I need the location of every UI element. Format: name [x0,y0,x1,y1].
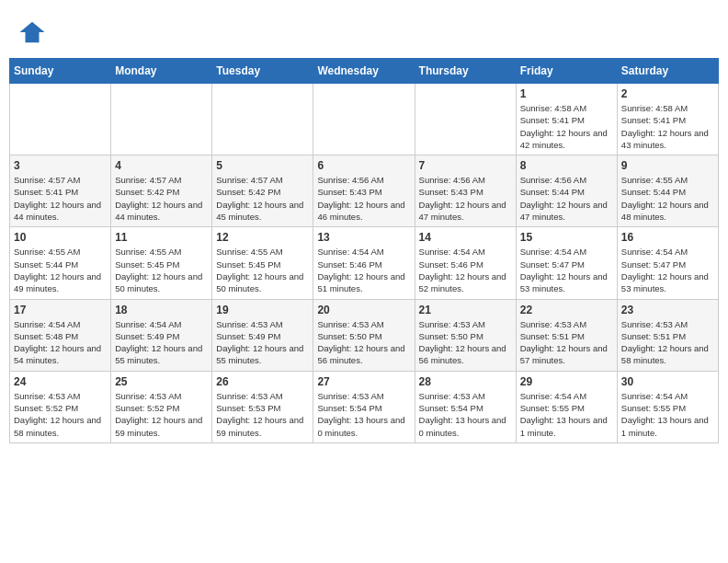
calendar-cell: 20Sunrise: 4:53 AM Sunset: 5:50 PM Dayli… [313,299,415,371]
calendar-week-row: 3Sunrise: 4:57 AM Sunset: 5:41 PM Daylig… [10,155,719,227]
calendar-cell: 2Sunrise: 4:58 AM Sunset: 5:41 PM Daylig… [617,84,718,155]
day-number: 16 [621,231,714,244]
day-info: Sunrise: 4:56 AM Sunset: 5:43 PM Dayligh… [419,174,512,223]
day-number: 20 [317,304,410,316]
calendar-cell: 21Sunrise: 4:53 AM Sunset: 5:50 PM Dayli… [415,299,516,371]
logo-icon [18,18,46,46]
day-number: 29 [520,375,613,388]
day-number: 11 [115,231,208,244]
day-number: 17 [14,304,107,316]
day-info: Sunrise: 4:53 AM Sunset: 5:49 PM Dayligh… [216,318,309,367]
day-info: Sunrise: 4:57 AM Sunset: 5:42 PM Dayligh… [216,174,309,223]
calendar-cell: 4Sunrise: 4:57 AM Sunset: 5:42 PM Daylig… [111,155,212,227]
day-number: 24 [14,375,107,388]
day-info: Sunrise: 4:54 AM Sunset: 5:55 PM Dayligh… [520,390,613,439]
day-info: Sunrise: 4:54 AM Sunset: 5:55 PM Dayligh… [621,390,714,439]
calendar-weekday-header: Wednesday [313,59,415,84]
calendar-cell: 14Sunrise: 4:54 AM Sunset: 5:46 PM Dayli… [415,227,516,299]
day-number: 14 [419,231,512,244]
calendar-weekday-header: Tuesday [212,59,313,84]
day-info: Sunrise: 4:53 AM Sunset: 5:52 PM Dayligh… [115,390,208,439]
day-info: Sunrise: 4:54 AM Sunset: 5:47 PM Dayligh… [520,246,613,294]
day-info: Sunrise: 4:54 AM Sunset: 5:46 PM Dayligh… [419,246,512,294]
calendar-cell: 15Sunrise: 4:54 AM Sunset: 5:47 PM Dayli… [516,227,617,299]
day-number: 3 [14,159,107,172]
calendar-weekday-header: Friday [516,59,617,84]
calendar-cell: 23Sunrise: 4:53 AM Sunset: 5:51 PM Dayli… [617,299,718,371]
day-number: 2 [621,87,714,100]
day-info: Sunrise: 4:54 AM Sunset: 5:48 PM Dayligh… [14,318,107,367]
calendar-cell: 8Sunrise: 4:56 AM Sunset: 5:44 PM Daylig… [516,155,617,227]
logo [18,18,48,46]
calendar-weekday-header: Sunday [10,59,111,84]
day-info: Sunrise: 4:54 AM Sunset: 5:49 PM Dayligh… [115,318,208,367]
day-number: 28 [419,375,512,388]
day-info: Sunrise: 4:55 AM Sunset: 5:45 PM Dayligh… [216,246,309,294]
day-info: Sunrise: 4:53 AM Sunset: 5:50 PM Dayligh… [317,318,410,367]
day-number: 12 [216,231,309,244]
day-info: Sunrise: 4:53 AM Sunset: 5:54 PM Dayligh… [317,390,410,439]
calendar-cell [313,84,415,155]
day-info: Sunrise: 4:56 AM Sunset: 5:44 PM Dayligh… [520,174,613,223]
day-number: 15 [520,231,613,244]
calendar-cell: 18Sunrise: 4:54 AM Sunset: 5:49 PM Dayli… [111,299,212,371]
calendar-weekday-header: Monday [111,59,212,84]
calendar-week-row: 24Sunrise: 4:53 AM Sunset: 5:52 PM Dayli… [10,371,719,442]
day-number: 7 [419,159,512,172]
day-number: 5 [216,159,309,172]
calendar-table: SundayMondayTuesdayWednesdayThursdayFrid… [9,58,719,443]
day-info: Sunrise: 4:53 AM Sunset: 5:51 PM Dayligh… [520,318,613,367]
calendar-cell [212,84,313,155]
day-info: Sunrise: 4:57 AM Sunset: 5:41 PM Dayligh… [14,174,107,223]
day-info: Sunrise: 4:58 AM Sunset: 5:41 PM Dayligh… [621,102,714,151]
calendar-cell [111,84,212,155]
day-number: 30 [621,375,714,388]
calendar-week-row: 10Sunrise: 4:55 AM Sunset: 5:44 PM Dayli… [10,227,719,299]
day-number: 22 [520,304,613,316]
calendar-cell: 11Sunrise: 4:55 AM Sunset: 5:45 PM Dayli… [111,227,212,299]
day-info: Sunrise: 4:53 AM Sunset: 5:51 PM Dayligh… [621,318,714,367]
day-info: Sunrise: 4:53 AM Sunset: 5:52 PM Dayligh… [14,390,107,439]
day-number: 23 [621,304,714,316]
calendar-cell: 5Sunrise: 4:57 AM Sunset: 5:42 PM Daylig… [212,155,313,227]
day-number: 6 [317,159,410,172]
calendar-header-row: SundayMondayTuesdayWednesdayThursdayFrid… [10,59,719,84]
calendar-cell: 29Sunrise: 4:54 AM Sunset: 5:55 PM Dayli… [516,371,617,442]
calendar-cell [10,84,111,155]
calendar-week-row: 17Sunrise: 4:54 AM Sunset: 5:48 PM Dayli… [10,299,719,371]
calendar-cell: 22Sunrise: 4:53 AM Sunset: 5:51 PM Dayli… [516,299,617,371]
calendar-cell: 26Sunrise: 4:53 AM Sunset: 5:53 PM Dayli… [212,371,313,442]
day-number: 9 [621,159,714,172]
calendar-cell: 25Sunrise: 4:53 AM Sunset: 5:52 PM Dayli… [111,371,212,442]
calendar-cell: 27Sunrise: 4:53 AM Sunset: 5:54 PM Dayli… [313,371,415,442]
day-info: Sunrise: 4:58 AM Sunset: 5:41 PM Dayligh… [520,102,613,151]
day-number: 4 [115,159,208,172]
calendar-cell: 9Sunrise: 4:55 AM Sunset: 5:44 PM Daylig… [617,155,718,227]
day-number: 26 [216,375,309,388]
day-info: Sunrise: 4:53 AM Sunset: 5:53 PM Dayligh… [216,390,309,439]
day-info: Sunrise: 4:55 AM Sunset: 5:44 PM Dayligh… [14,246,107,294]
day-number: 18 [115,304,208,316]
page-header [9,9,719,51]
svg-marker-0 [20,22,45,43]
day-number: 25 [115,375,208,388]
calendar-cell: 30Sunrise: 4:54 AM Sunset: 5:55 PM Dayli… [617,371,718,442]
day-number: 10 [14,231,107,244]
calendar-cell: 1Sunrise: 4:58 AM Sunset: 5:41 PM Daylig… [516,84,617,155]
calendar-weekday-header: Saturday [617,59,718,84]
calendar-cell: 10Sunrise: 4:55 AM Sunset: 5:44 PM Dayli… [10,227,111,299]
day-number: 13 [317,231,410,244]
calendar-weekday-header: Thursday [415,59,516,84]
day-number: 1 [520,87,613,100]
calendar-cell: 16Sunrise: 4:54 AM Sunset: 5:47 PM Dayli… [617,227,718,299]
day-info: Sunrise: 4:57 AM Sunset: 5:42 PM Dayligh… [115,174,208,223]
calendar-cell: 24Sunrise: 4:53 AM Sunset: 5:52 PM Dayli… [10,371,111,442]
calendar-week-row: 1Sunrise: 4:58 AM Sunset: 5:41 PM Daylig… [10,84,719,155]
calendar-cell: 17Sunrise: 4:54 AM Sunset: 5:48 PM Dayli… [10,299,111,371]
day-info: Sunrise: 4:53 AM Sunset: 5:50 PM Dayligh… [419,318,512,367]
day-number: 19 [216,304,309,316]
day-info: Sunrise: 4:56 AM Sunset: 5:43 PM Dayligh… [317,174,410,223]
calendar-cell: 28Sunrise: 4:53 AM Sunset: 5:54 PM Dayli… [415,371,516,442]
day-number: 21 [419,304,512,316]
day-info: Sunrise: 4:55 AM Sunset: 5:44 PM Dayligh… [621,174,714,223]
